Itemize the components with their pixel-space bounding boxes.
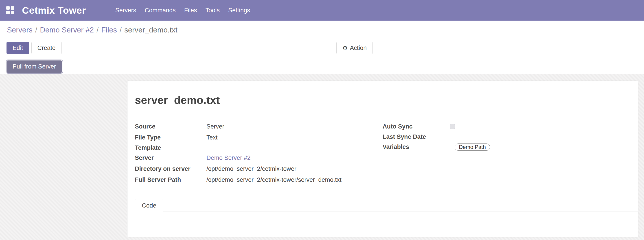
- form-sheet: server_demo.txt Source Server File Type …: [127, 81, 638, 237]
- field-row-directory: Directory on server /opt/demo_server_2/c…: [135, 163, 382, 174]
- field-value-source: Server: [206, 121, 382, 132]
- field-value-template: [206, 143, 382, 152]
- tab-code[interactable]: Code: [135, 199, 163, 212]
- menu-files[interactable]: Files: [180, 0, 201, 21]
- apps-grid-icon[interactable]: [6, 6, 14, 14]
- field-label-last-sync: Last Sync Date: [382, 132, 450, 141]
- top-menu: Servers Commands Files Tools Settings: [111, 0, 254, 21]
- top-navbar: Cetmix Tower Servers Commands Files Tool…: [0, 0, 644, 21]
- action-button-label: Action: [350, 45, 367, 51]
- apps-grid-square: [6, 11, 10, 14]
- field-row-server: Server Demo Server #2: [135, 152, 382, 163]
- field-label-variables: Variables: [382, 141, 450, 152]
- field-label-server: Server: [135, 152, 206, 163]
- field-value-last-sync: [450, 132, 631, 141]
- edit-button[interactable]: Edit: [6, 42, 29, 54]
- field-group-left: Source Server File Type Text Template Se…: [135, 121, 382, 185]
- apps-grid-square: [6, 6, 10, 10]
- field-group-right: Auto Sync Last Sync Date Variables Demo …: [382, 121, 631, 185]
- action-button[interactable]: ⚙Action: [336, 42, 373, 54]
- field-groups: Source Server File Type Text Template Se…: [135, 121, 633, 185]
- menu-settings[interactable]: Settings: [224, 0, 254, 21]
- create-button[interactable]: Create: [32, 42, 62, 54]
- menu-servers[interactable]: Servers: [111, 0, 140, 21]
- field-value-directory: /opt/demo_server_2/cetmix-tower: [206, 163, 382, 174]
- field-label-source: Source: [135, 121, 206, 132]
- menu-tools[interactable]: Tools: [201, 0, 224, 21]
- field-row-full-path: Full Server Path /opt/demo_server_2/cetm…: [135, 174, 382, 185]
- field-row-source: Source Server: [135, 121, 382, 132]
- menu-commands[interactable]: Commands: [140, 0, 180, 21]
- field-value-full-path: /opt/demo_server_2/cetmix-tower/server_d…: [206, 174, 382, 185]
- breadcrumb-servers[interactable]: Servers: [7, 26, 32, 34]
- breadcrumb-files[interactable]: Files: [101, 26, 117, 34]
- breadcrumb-separator: /: [96, 26, 98, 34]
- field-row-variables: Variables Demo Path: [382, 141, 631, 152]
- apps-grid-square: [11, 11, 14, 14]
- app-brand-title[interactable]: Cetmix Tower: [22, 5, 86, 16]
- field-row-auto-sync: Auto Sync: [382, 121, 631, 132]
- field-label-full-path: Full Server Path: [135, 174, 206, 185]
- field-row-template: Template: [135, 143, 382, 152]
- record-title: server_demo.txt: [135, 94, 220, 106]
- field-value-file-type: Text: [206, 132, 382, 143]
- breadcrumb: Servers/Demo Server #2/Files/server_demo…: [7, 25, 178, 35]
- apps-grid-square: [11, 6, 14, 10]
- breadcrumb-demo-server[interactable]: Demo Server #2: [40, 26, 94, 34]
- auto-sync-checkbox: [450, 124, 455, 129]
- variable-tag-demo-path: Demo Path: [454, 143, 490, 151]
- content-background: server_demo.txt Source Server File Type …: [0, 74, 644, 240]
- field-label-file-type: File Type: [135, 132, 206, 143]
- field-row-last-sync: Last Sync Date: [382, 132, 631, 141]
- field-row-file-type: File Type Text: [135, 132, 382, 143]
- field-label-template: Template: [135, 143, 206, 152]
- notebook-tabbar: Code: [135, 199, 638, 212]
- breadcrumb-separator: /: [120, 26, 122, 34]
- control-panel: Edit Create: [6, 42, 62, 54]
- breadcrumb-separator: /: [35, 26, 37, 34]
- pull-from-server-button[interactable]: Pull from Server: [6, 60, 62, 73]
- server-record-link[interactable]: Demo Server #2: [206, 154, 251, 161]
- gear-icon: ⚙: [342, 45, 348, 51]
- field-label-auto-sync: Auto Sync: [382, 121, 450, 132]
- breadcrumb-current: server_demo.txt: [124, 26, 178, 34]
- field-label-directory: Directory on server: [135, 163, 206, 174]
